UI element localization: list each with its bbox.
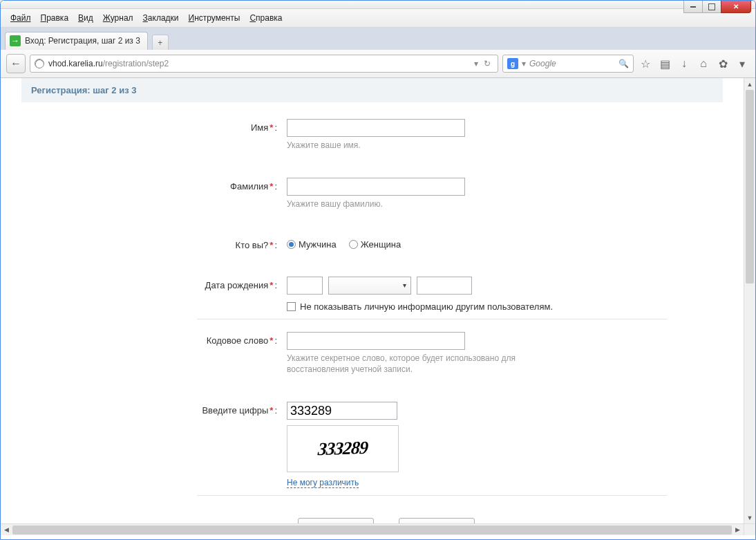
download-icon[interactable]: ↓ (677, 56, 692, 71)
addon-icon[interactable]: ✿ (715, 56, 730, 71)
last-name-input[interactable] (287, 178, 465, 196)
horizontal-scrollbar[interactable]: ◀ ▶ (1, 523, 744, 535)
radio-icon (287, 240, 296, 249)
codeword-hint: Укажите секретное слово, которое будет и… (287, 353, 522, 376)
tab-favicon (10, 35, 21, 46)
captcha-image: 333289 (287, 425, 399, 472)
search-placeholder: Google (529, 59, 556, 68)
url-dropdown-icon[interactable]: ▾ (471, 59, 481, 68)
scroll-thumb[interactable] (12, 525, 732, 534)
window-controls (684, 1, 751, 13)
scroll-thumb[interactable] (746, 90, 754, 283)
tab-active[interactable]: Вход: Регистрация, шаг 2 из 3 (5, 32, 148, 50)
last-name-hint: Укажите вашу фамилию. (287, 198, 465, 210)
titlebar (1, 1, 755, 9)
dob-label: Дата рождения*: (73, 277, 287, 290)
gender-label: Кто вы?*: (73, 236, 287, 250)
reload-icon[interactable]: ↻ (481, 59, 493, 68)
scroll-right-icon[interactable]: ▶ (732, 524, 744, 536)
registration-form: Имя*: Укажите ваше имя. Фамилия*: Укажит… (73, 119, 727, 523)
captcha-label: Введите цифры*: (73, 402, 287, 416)
back-button[interactable]: ← (6, 54, 26, 73)
overflow-icon[interactable]: ▾ (735, 56, 750, 71)
scroll-up-icon[interactable]: ▲ (744, 78, 755, 90)
navbar: ← vhod.karelia.ru/registration/step2 ▾ ↻… (1, 50, 755, 78)
gender-male[interactable]: Мужчина (287, 239, 337, 250)
last-name-label: Фамилия*: (73, 178, 287, 192)
privacy-checkbox[interactable] (287, 302, 296, 311)
privacy-label: Не показывать личную информацию другим п… (300, 301, 553, 312)
gender-female[interactable]: Женщина (349, 239, 401, 250)
url-path: /registration/step2 (103, 59, 169, 68)
first-name-label: Имя*: (73, 119, 287, 133)
dob-day-input[interactable] (287, 277, 323, 295)
scroll-left-icon[interactable]: ◀ (1, 524, 12, 536)
search-dropdown-icon[interactable]: ▾ (522, 59, 526, 68)
page-content: Регистрация: шаг 2 из 3 Имя*: Укажите ва… (1, 78, 744, 523)
captcha-input[interactable] (287, 402, 397, 420)
codeword-label: Кодовое слово*: (73, 332, 287, 346)
browser-window: Файл Правка Вид Журнал Закладки Инструме… (0, 0, 756, 540)
menu-tools[interactable]: Инструменты (185, 12, 245, 24)
reader-icon[interactable]: ▤ (657, 56, 672, 71)
google-icon: g (507, 58, 518, 69)
menu-bookmarks[interactable]: Закладки (139, 12, 183, 24)
menu-help[interactable]: Справка (245, 12, 286, 24)
back-button-form[interactable]: « Назад (298, 518, 374, 523)
viewport: Регистрация: шаг 2 из 3 Имя*: Укажите ва… (1, 78, 755, 535)
search-icon[interactable]: 🔍 (618, 59, 629, 68)
first-name-input[interactable] (287, 119, 465, 137)
captcha-refresh-link[interactable]: Не могу различить (287, 478, 359, 488)
menu-view[interactable]: Вид (74, 12, 97, 24)
url-bar[interactable]: vhod.karelia.ru/registration/step2 ▾ ↻ (30, 55, 498, 73)
divider (197, 319, 667, 319)
tab-title: Вход: Регистрация, шаг 2 из 3 (25, 36, 140, 46)
url-host: vhod.karelia.ru (48, 59, 103, 68)
close-button[interactable] (721, 1, 751, 13)
divider (197, 495, 667, 496)
dob-month-select[interactable] (328, 277, 411, 295)
radio-icon (349, 240, 358, 249)
menu-history[interactable]: Журнал (99, 12, 138, 24)
star-icon[interactable]: ☆ (638, 56, 653, 71)
scroll-down-icon[interactable]: ▼ (744, 512, 755, 523)
page-title: Регистрация: шаг 2 из 3 (21, 78, 723, 102)
dob-year-input[interactable] (417, 277, 472, 295)
menu-edit[interactable]: Правка (37, 12, 73, 24)
vertical-scrollbar[interactable]: ▲ ▼ (744, 78, 755, 523)
search-box[interactable]: g ▾ Google 🔍 (502, 55, 634, 73)
menubar: Файл Правка Вид Журнал Закладки Инструме… (1, 9, 755, 28)
codeword-input[interactable] (287, 332, 465, 350)
menu-file[interactable]: Файл (6, 12, 35, 24)
tabbar: Вход: Регистрация, шаг 2 из 3 + (1, 28, 755, 50)
next-button[interactable]: Вперед » (399, 518, 475, 523)
first-name-hint: Укажите ваше имя. (287, 140, 465, 151)
maximize-button[interactable] (702, 1, 721, 13)
scroll-corner (744, 523, 755, 535)
new-tab-button[interactable]: + (152, 35, 169, 50)
minimize-button[interactable] (683, 1, 703, 13)
globe-icon (35, 59, 44, 68)
home-icon[interactable]: ⌂ (696, 56, 711, 71)
